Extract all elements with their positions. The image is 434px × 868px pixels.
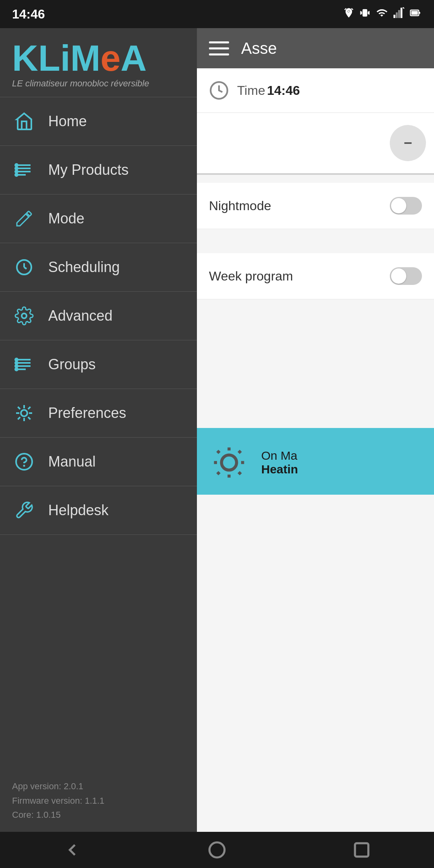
list-icon-groups — [12, 352, 36, 377]
back-button[interactable] — [56, 834, 88, 866]
logo-k: K — [12, 38, 38, 78]
nightmode-label: Nightmode — [209, 199, 271, 213]
week-program-row: Week program — [197, 253, 434, 299]
sidebar-item-label-scheduling: Scheduling — [48, 259, 120, 276]
logo-i: i — [60, 38, 70, 78]
svg-rect-12 — [401, 8, 403, 18]
week-program-toggle[interactable] — [390, 267, 422, 285]
nav-bar — [0, 832, 434, 868]
sidebar-item-label-helpdesk: Helpdesk — [48, 502, 108, 519]
sidebar-item-label-products: My Products — [48, 162, 129, 178]
logo: KLiMeA — [12, 40, 185, 76]
svg-rect-9 — [393, 14, 395, 18]
sidebar: KLiMeA LE climatiseur monobloc réversibl… — [0, 28, 197, 832]
svg-line-40 — [28, 417, 31, 420]
app-version: App version: 2.0.1 — [12, 779, 185, 793]
nightmode-toggle-knob — [391, 198, 406, 213]
battery-icon — [409, 7, 422, 21]
spacer-1 — [197, 229, 434, 253]
bottom-card-on: On Ma — [261, 449, 298, 463]
tools-icon — [12, 498, 36, 522]
svg-line-44 — [28, 407, 31, 409]
sidebar-item-label-manual: Manual — [48, 453, 96, 470]
sparkle-icon — [12, 401, 36, 425]
svg-point-28 — [22, 313, 27, 318]
svg-point-33 — [15, 358, 18, 361]
status-time: 14:46 — [12, 7, 45, 22]
svg-point-35 — [15, 365, 18, 367]
help-icon — [12, 450, 36, 474]
svg-line-54 — [217, 451, 219, 453]
sidebar-item-my-products[interactable]: My Products — [0, 146, 197, 194]
hamburger-line-3 — [209, 53, 229, 55]
device-name: Asse — [241, 39, 277, 57]
bottom-card-mode: Heatin — [261, 463, 298, 476]
main-layout: KLiMeA LE climatiseur monobloc réversibl… — [0, 28, 434, 832]
minus-area: − — [197, 113, 434, 173]
svg-rect-8 — [368, 11, 368, 14]
svg-rect-16 — [419, 12, 420, 14]
sidebar-item-helpdesk[interactable]: Helpdesk — [0, 486, 197, 535]
time-value: 14:46 — [267, 83, 300, 98]
nightmode-row: Nightmode — [197, 183, 434, 229]
right-header: Asse — [197, 28, 434, 68]
svg-point-23 — [15, 170, 18, 173]
svg-rect-59 — [355, 843, 368, 856]
firmware-version: Firmware version: 1.1.1 — [12, 794, 185, 808]
sidebar-item-label-mode: Mode — [48, 210, 84, 227]
svg-point-34 — [15, 362, 18, 364]
logo-a: A — [121, 38, 147, 78]
right-content: Time 14:46 − Nightmode — [197, 68, 434, 832]
svg-line-43 — [18, 417, 20, 420]
version-info: App version: 2.0.1 Firmware version: 1.1… — [0, 769, 197, 832]
recents-button[interactable] — [346, 834, 378, 866]
svg-point-21 — [15, 164, 18, 166]
week-program-toggle-knob — [391, 268, 406, 284]
sidebar-item-groups[interactable]: Groups — [0, 340, 197, 389]
home-nav-button[interactable] — [201, 834, 233, 866]
logo-l: L — [38, 38, 60, 78]
logo-e: e — [100, 38, 121, 78]
svg-line-55 — [239, 472, 241, 474]
svg-rect-7 — [361, 11, 362, 14]
sidebar-item-label-home: Home — [48, 113, 87, 130]
svg-rect-10 — [396, 12, 398, 18]
svg-point-49 — [221, 455, 237, 470]
minus-button[interactable]: − — [390, 125, 426, 161]
svg-line-39 — [18, 407, 20, 409]
svg-line-27 — [24, 267, 27, 269]
status-bar: 14:46 — [0, 0, 434, 28]
nightmode-toggle[interactable] — [390, 197, 422, 215]
sun-icon-wrap — [209, 442, 249, 483]
wifi-icon — [375, 7, 388, 21]
signal-icon — [393, 7, 404, 21]
sidebar-item-label-advanced: Advanced — [48, 307, 113, 324]
sidebar-item-advanced[interactable]: Advanced — [0, 292, 197, 340]
svg-line-57 — [239, 451, 241, 453]
clock-icon-display — [209, 80, 229, 100]
sidebar-item-home[interactable]: Home — [0, 97, 197, 146]
sidebar-item-mode[interactable]: Mode — [0, 194, 197, 243]
svg-rect-4 — [362, 9, 367, 16]
bottom-card-text: On Ma Heatin — [261, 449, 298, 476]
sidebar-item-manual[interactable]: Manual — [0, 438, 197, 486]
list-icon-products — [12, 158, 36, 182]
sidebar-item-preferences[interactable]: Preferences — [0, 389, 197, 438]
hamburger-button[interactable] — [209, 41, 229, 55]
hamburger-line-1 — [209, 41, 229, 43]
gear-icon — [12, 304, 36, 328]
svg-point-22 — [15, 167, 18, 170]
svg-rect-6 — [368, 11, 369, 14]
sidebar-item-label-preferences: Preferences — [48, 405, 126, 422]
time-label: Time — [237, 83, 265, 98]
svg-point-45 — [21, 410, 27, 416]
hamburger-line-2 — [209, 47, 229, 49]
nav-menu: Home My Products — [0, 97, 197, 769]
clock-icon-sched — [12, 255, 36, 279]
svg-rect-11 — [398, 10, 400, 18]
logo-tagline: LE climatiseur monobloc réversible — [12, 78, 185, 89]
svg-line-56 — [217, 472, 219, 474]
status-icons — [343, 7, 422, 21]
sidebar-item-scheduling[interactable]: Scheduling — [0, 243, 197, 292]
settings-section: Nightmode Week program — [197, 175, 434, 307]
